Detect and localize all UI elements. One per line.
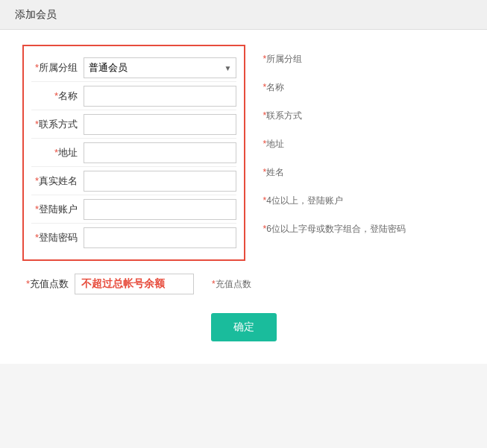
- recharge-row: *充值点数 不超过总帐号余额 *充值点数: [22, 270, 465, 298]
- group-select[interactable]: 普通会员: [84, 57, 236, 78]
- form-columns: *所属分组 普通会员 ▼ *名称: [22, 45, 465, 261]
- contact-row: *联系方式: [31, 110, 236, 139]
- right-address-row: *地址: [260, 130, 465, 158]
- account-label: *登陆账户: [31, 203, 84, 216]
- name-input[interactable]: [84, 86, 236, 107]
- form-container: *所属分组 普通会员 ▼ *名称: [0, 30, 487, 364]
- realname-label: *真实姓名: [31, 174, 84, 188]
- right-password-label: *6位以上字母或数字组合，登陆密码: [260, 223, 406, 236]
- right-column: *所属分组 *名称 *联系方式 *地址: [260, 45, 465, 261]
- right-name-label: *名称: [260, 81, 285, 94]
- recharge-hint: 不超过总帐号余额: [75, 274, 194, 294]
- page-title: 添加会员: [15, 8, 57, 20]
- bottom-row: 确定: [22, 313, 465, 341]
- group-row: *所属分组 普通会员 ▼: [31, 54, 236, 82]
- right-realname-label: *姓名: [260, 166, 285, 179]
- name-row: *名称: [31, 82, 236, 110]
- right-contact-label: *联系方式: [260, 110, 303, 122]
- contact-input[interactable]: [84, 114, 236, 135]
- confirm-button[interactable]: 确定: [211, 313, 277, 341]
- right-account-row: *4位以上，登陆账户: [260, 186, 465, 215]
- realname-input[interactable]: [84, 171, 236, 192]
- right-password-row: *6位以上字母或数字组合，登陆密码: [260, 215, 465, 243]
- right-realname-row: *姓名: [260, 158, 465, 186]
- account-row: *登陆账户: [31, 195, 236, 224]
- realname-row: *真实姓名: [31, 167, 236, 195]
- recharge-label: *充值点数: [22, 277, 75, 291]
- title-bar: 添加会员: [0, 0, 487, 30]
- right-name-row: *名称: [260, 73, 465, 101]
- recharge-right-label: *充值点数: [194, 278, 251, 291]
- address-label: *地址: [31, 146, 84, 160]
- account-input[interactable]: [84, 199, 236, 220]
- left-column: *所属分组 普通会员 ▼ *名称: [22, 45, 245, 261]
- right-address-label: *地址: [260, 138, 285, 151]
- group-label: *所属分组: [31, 61, 84, 75]
- name-label: *名称: [31, 89, 84, 103]
- contact-label: *联系方式: [31, 118, 84, 131]
- password-label: *登陆密码: [31, 231, 84, 244]
- address-row: *地址: [31, 139, 236, 167]
- right-account-label: *4位以上，登陆账户: [260, 195, 343, 207]
- page-container: 添加会员 *所属分组 普通会员 ▼: [0, 0, 487, 364]
- right-group-row: *所属分组: [260, 45, 465, 73]
- right-contact-row: *联系方式: [260, 101, 465, 130]
- group-select-wrapper: 普通会员 ▼: [84, 57, 236, 78]
- right-group-label: *所属分组: [260, 53, 303, 66]
- password-row: *登陆密码: [31, 224, 236, 252]
- password-input[interactable]: [84, 227, 236, 248]
- address-input[interactable]: [84, 142, 236, 163]
